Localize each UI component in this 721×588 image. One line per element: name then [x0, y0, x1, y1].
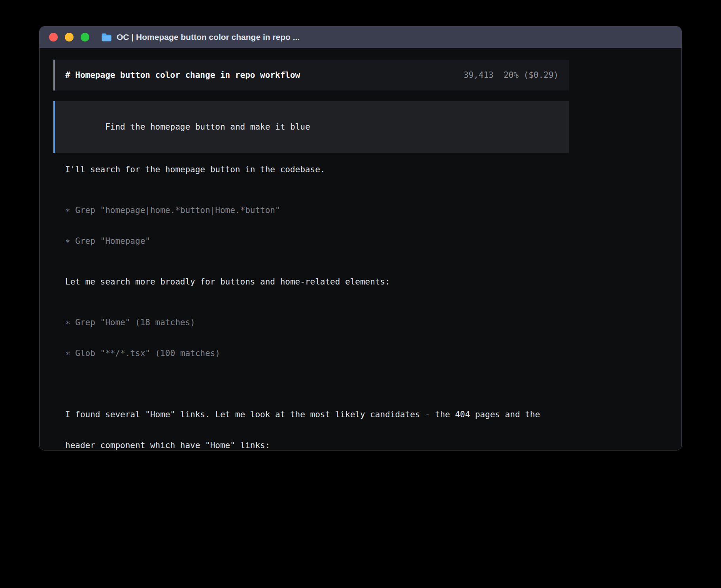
tool-call-glob: ∗ Glob "**/*.tsx" (100 matches): [65, 348, 569, 358]
session-title: # Homepage button color change in repo w…: [65, 69, 300, 81]
window-title: OC | Homepage button color change in rep…: [117, 32, 300, 42]
titlebar[interactable]: OC | Homepage button color change in rep…: [40, 26, 681, 48]
close-button[interactable]: [49, 33, 58, 41]
assistant-transcript: I'll search for the homepage button in t…: [65, 164, 569, 450]
folder-icon: [101, 33, 112, 41]
tool-call-grep: ∗ Grep "Home" (18 matches): [65, 317, 569, 328]
assistant-paragraph-line: header component which have "Home" links…: [65, 440, 569, 450]
user-message: Find the homepage button and make it blu…: [53, 101, 569, 153]
assistant-paragraph-line: I found several "Home" links. Let me loo…: [65, 409, 569, 420]
traffic-lights: [49, 33, 89, 41]
assistant-paragraph: I'll search for the homepage button in t…: [65, 164, 569, 175]
user-message-text: Find the homepage button and make it blu…: [105, 122, 310, 132]
assistant-paragraph: Let me search more broadly for buttons a…: [65, 277, 569, 287]
tool-call-group: ∗ Grep "Home" (18 matches) ∗ Glob "**/*.…: [65, 297, 569, 379]
terminal-window: OC | Homepage button color change in rep…: [39, 26, 682, 450]
session-header: # Homepage button color change in repo w…: [53, 60, 569, 90]
session-stats: 39,413 20% ($0.29): [464, 69, 559, 81]
assistant-paragraph: I found several "Home" links. Let me loo…: [65, 389, 569, 450]
tool-call-group: ∗ Grep "homepage|home.*button|Home.*butt…: [65, 185, 569, 267]
zoom-button[interactable]: [81, 33, 89, 41]
minimize-button[interactable]: [65, 33, 74, 41]
tool-call-grep: ∗ Grep "Homepage": [65, 236, 569, 246]
tool-call-grep: ∗ Grep "homepage|home.*button|Home.*butt…: [65, 205, 569, 215]
